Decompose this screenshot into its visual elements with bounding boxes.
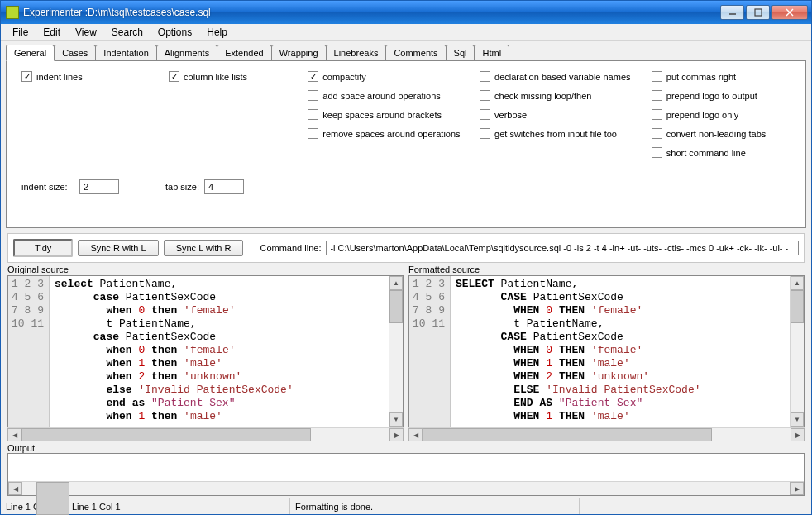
horizontal-scrollbar[interactable]: ◀ ▶ — [7, 427, 404, 441]
menu-view[interactable]: View — [68, 25, 104, 40]
scroll-right-icon: ▶ — [791, 428, 805, 441]
checkbox-remove-spaces-around-operations[interactable]: remove spaces around operations — [308, 128, 480, 139]
unchecked-icon[interactable] — [308, 128, 318, 139]
tab-size-label: tab size: — [165, 182, 199, 192]
checkbox-short-command-line[interactable]: short command line — [652, 147, 791, 158]
output-label: Output — [7, 443, 805, 453]
command-line-label: Command line: — [260, 243, 321, 253]
scroll-thumb[interactable] — [423, 428, 712, 441]
scroll-thumb[interactable] — [21, 428, 311, 441]
scroll-up-icon[interactable]: ▲ — [389, 276, 403, 290]
output-box[interactable]: ◀ ▶ — [7, 453, 805, 496]
original-source-label: Original source — [7, 265, 404, 275]
tab-comments[interactable]: Comments — [385, 45, 446, 60]
unchecked-icon[interactable] — [652, 109, 662, 120]
unchecked-icon[interactable] — [480, 109, 490, 120]
formatted-source-label: Formatted source — [408, 265, 805, 275]
checkbox-label: prepend logo to output — [666, 91, 757, 101]
menu-file[interactable]: File — [5, 25, 36, 40]
checked-icon[interactable]: ✓ — [169, 71, 179, 82]
tab-wrapping[interactable]: Wrapping — [271, 45, 327, 60]
checkbox-get-switches-from-input-file-too[interactable]: get switches from input file too — [480, 128, 652, 139]
scroll-left-icon: ◀ — [8, 482, 22, 495]
close-button[interactable] — [771, 5, 808, 20]
command-line-input[interactable]: -i C:\Users\marton\AppData\Local\Temp\sq… — [326, 241, 799, 255]
menu-edit[interactable]: Edit — [36, 25, 68, 40]
unchecked-icon[interactable] — [480, 90, 490, 101]
tab-extended[interactable]: Extended — [217, 45, 271, 60]
tab-indentation[interactable]: Indentation — [95, 45, 156, 60]
menu-help[interactable]: Help — [199, 25, 235, 40]
unchecked-icon[interactable] — [480, 71, 490, 82]
scroll-down-icon[interactable]: ▼ — [791, 412, 804, 427]
statusbar: Line 1 Col 1 Line 1 Col 1 Formatting is … — [1, 498, 811, 514]
menubar: FileEditViewSearchOptionsHelp — [1, 24, 811, 41]
unchecked-icon[interactable] — [652, 128, 662, 139]
scroll-right-icon: ▶ — [790, 482, 804, 495]
checkbox-label: convert non-leading tabs — [666, 129, 766, 139]
checkbox-declaration-based-variable-names[interactable]: declaration based variable names — [480, 71, 652, 82]
editor-gutter: 1 2 3 4 5 6 7 8 9 10 11 — [409, 276, 451, 427]
checkbox-convert-non-leading-tabs[interactable]: convert non-leading tabs — [652, 128, 791, 139]
scroll-left-icon: ◀ — [7, 428, 21, 441]
tab-sql[interactable]: Sql — [446, 45, 475, 60]
horizontal-scrollbar[interactable]: ◀ ▶ — [408, 427, 805, 441]
checkbox-column-like-lists[interactable]: ✓column like lists — [169, 71, 308, 82]
scroll-thumb[interactable] — [36, 482, 69, 515]
unchecked-icon[interactable] — [308, 90, 318, 101]
checkbox-verbose[interactable]: verbose — [480, 109, 652, 120]
checkbox-put-commas-right[interactable]: put commas right — [652, 71, 791, 82]
editor-code[interactable]: SELECT PatientName, CASE PatientSexCode … — [451, 276, 790, 427]
checkbox-label: column like lists — [184, 72, 247, 82]
checkbox-label: check missing loop/then — [494, 91, 591, 101]
sync-l-with-r-button[interactable]: Sync L with R — [164, 240, 244, 256]
minimize-button[interactable] — [720, 5, 744, 20]
scroll-down-icon[interactable]: ▼ — [389, 412, 403, 427]
checkbox-prepend-logo-only[interactable]: prepend logo only — [652, 109, 791, 120]
horizontal-scrollbar[interactable]: ◀ ▶ — [8, 481, 804, 495]
checkbox-label: indent lines — [36, 72, 83, 82]
checked-icon[interactable]: ✓ — [308, 71, 318, 82]
unchecked-icon[interactable] — [652, 90, 662, 101]
checkbox-add-space-around-operations[interactable]: add space around operations — [308, 90, 480, 101]
checkbox-prepend-logo-to-output[interactable]: prepend logo to output — [652, 90, 791, 101]
indent-size-input[interactable]: 2 — [79, 179, 119, 194]
svg-rect-1 — [755, 9, 762, 16]
tab-html[interactable]: Html — [474, 45, 509, 60]
scroll-thumb[interactable] — [791, 290, 804, 323]
checkbox-label: compactify — [322, 72, 366, 82]
menu-search[interactable]: Search — [104, 25, 150, 40]
checkbox-indent-lines[interactable]: ✓indent lines — [21, 71, 169, 82]
editor-code[interactable]: select PatientName, case PatientSexCode … — [50, 276, 389, 427]
unchecked-icon[interactable] — [652, 147, 662, 158]
action-row: Tidy Sync R with L Sync L with R Command… — [7, 233, 805, 263]
tab-alignments[interactable]: Alignments — [156, 45, 217, 60]
vertical-scrollbar[interactable]: ▲ ▼ — [790, 276, 804, 427]
unchecked-icon[interactable] — [308, 109, 318, 120]
app-window: Experimenter :D:\m\tsql\testcases\case.s… — [0, 0, 812, 515]
tidy-button[interactable]: Tidy — [13, 239, 73, 257]
tab-general[interactable]: General — [6, 45, 55, 61]
scroll-up-icon[interactable]: ▲ — [791, 276, 804, 290]
editor-gutter: 1 2 3 4 5 6 7 8 9 10 11 — [8, 276, 50, 427]
titlebar[interactable]: Experimenter :D:\m\tsql\testcases\case.s… — [1, 1, 811, 24]
tab-cases[interactable]: Cases — [54, 45, 96, 60]
checkbox-label: prepend logo only — [666, 110, 738, 120]
vertical-scrollbar[interactable]: ▲ ▼ — [389, 276, 403, 427]
original-source-editor[interactable]: 1 2 3 4 5 6 7 8 9 10 11 select PatientNa… — [7, 275, 404, 427]
scroll-thumb[interactable] — [389, 290, 403, 323]
sync-r-with-l-button[interactable]: Sync R with L — [78, 240, 158, 256]
checkbox-keep-spaces-around-brackets[interactable]: keep spaces around brackets — [308, 109, 480, 120]
menu-options[interactable]: Options — [150, 25, 199, 40]
unchecked-icon[interactable] — [652, 71, 662, 82]
checkbox-label: declaration based variable names — [494, 72, 631, 82]
tab-size-input[interactable]: 4 — [204, 179, 244, 194]
unchecked-icon[interactable] — [480, 128, 490, 139]
checkbox-compactify[interactable]: ✓compactify — [308, 71, 480, 82]
tab-linebreaks[interactable]: Linebreaks — [326, 45, 387, 60]
checked-icon[interactable]: ✓ — [21, 71, 32, 82]
checkbox-label: add space around operations — [322, 91, 441, 101]
maximize-button[interactable] — [746, 5, 770, 20]
formatted-source-editor[interactable]: 1 2 3 4 5 6 7 8 9 10 11 SELECT PatientNa… — [408, 275, 805, 427]
checkbox-check-missing-loop/then[interactable]: check missing loop/then — [480, 90, 652, 101]
